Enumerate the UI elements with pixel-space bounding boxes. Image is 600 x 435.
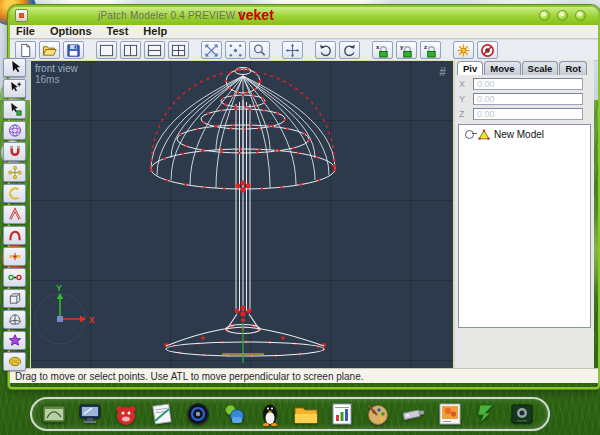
lock-x-button[interactable]: x — [372, 41, 393, 59]
redo-button[interactable] — [339, 41, 360, 59]
z-field[interactable] — [473, 108, 583, 120]
lock-z-button[interactable]: z — [420, 41, 441, 59]
menu-help[interactable]: Help — [143, 25, 167, 38]
split-horizontal-view-button[interactable] — [144, 41, 165, 59]
dock-notes-icon[interactable] — [149, 401, 175, 427]
toolbar: x y z — [10, 40, 598, 61]
tab-piv[interactable]: Piv — [457, 61, 483, 75]
x-field-label: X — [459, 79, 469, 89]
insert-point-tool-button[interactable] — [3, 247, 26, 266]
add-point-tool-button[interactable] — [3, 79, 26, 98]
minimize-button[interactable] — [539, 10, 550, 21]
weld-tool-button[interactable] — [3, 268, 26, 287]
tool-palette — [3, 58, 27, 371]
tab-rot[interactable]: Rot — [559, 61, 587, 75]
magnet-tool-button[interactable] — [3, 142, 26, 161]
svg-text:Y: Y — [56, 283, 62, 293]
dock-downloads-icon[interactable] — [293, 401, 319, 427]
dock-usb-drive-icon[interactable] — [401, 401, 427, 427]
y-field[interactable] — [473, 93, 583, 105]
desktop: jPatch Modeler 0.4 PREVIEW 1 veket File … — [0, 0, 600, 435]
lathe-tool-button[interactable] — [3, 310, 26, 329]
split-vertical-view-button[interactable] — [120, 41, 141, 59]
curve-tool-button[interactable] — [3, 184, 26, 203]
contract-view-button[interactable] — [225, 41, 246, 59]
quad-view-button[interactable] — [168, 41, 189, 59]
dock-penguin-icon[interactable] — [257, 401, 283, 427]
round-tool-button[interactable] — [3, 226, 26, 245]
lamp-base — [166, 314, 324, 356]
window-title: jPatch Modeler 0.4 PREVIEW 1 — [98, 10, 244, 21]
save-button[interactable] — [63, 41, 84, 59]
lasso-select-tool-button[interactable] — [3, 100, 26, 119]
menu-test[interactable]: Test — [107, 25, 129, 38]
menu-file[interactable]: File — [16, 25, 35, 38]
star-points-tool-button[interactable] — [3, 331, 26, 350]
jpatch-window: jPatch Modeler 0.4 PREVIEW 1 veket File … — [8, 5, 600, 389]
dock-display-icon[interactable] — [77, 401, 103, 427]
tree-expand-handle-icon[interactable] — [465, 130, 474, 139]
dock-mascot-icon[interactable] — [113, 401, 139, 427]
svg-text:y: y — [400, 43, 404, 50]
new-file-button[interactable] — [15, 41, 36, 59]
dock-paint-icon[interactable] — [365, 401, 391, 427]
single-view-button[interactable] — [96, 41, 117, 59]
undo-button[interactable] — [315, 41, 336, 59]
move-points-tool-button[interactable] — [3, 163, 26, 182]
status-text: Drag to move or select points. Use ATL t… — [15, 371, 364, 382]
dock-office-chart-icon[interactable] — [329, 401, 355, 427]
z-field-label: Z — [459, 109, 469, 119]
extrude-box-tool-button[interactable] — [3, 289, 26, 308]
dock-media-player-icon[interactable] — [185, 401, 211, 427]
close-button[interactable] — [575, 10, 586, 21]
expand-view-button[interactable] — [201, 41, 222, 59]
peak-tool-button[interactable] — [3, 205, 26, 224]
x-field[interactable] — [473, 78, 583, 90]
axis-gizmo: Y x — [35, 283, 95, 344]
stop-render-button[interactable] — [477, 41, 498, 59]
model-tree: New Model — [458, 124, 591, 328]
move-view-button[interactable] — [282, 41, 303, 59]
lamp-model-wireframe[interactable]: Y x — [31, 61, 453, 369]
menubar: File Options Test Help — [10, 25, 598, 39]
svg-text:x: x — [89, 314, 95, 325]
control-point-clusters — [164, 181, 326, 347]
dock-file-manager-icon[interactable] — [41, 401, 67, 427]
svg-text:z: z — [424, 43, 427, 50]
make-patch-tool-button[interactable] — [3, 352, 26, 371]
app-icon — [15, 9, 28, 22]
tree-node-new-model[interactable]: New Model — [459, 125, 590, 140]
zoom-button[interactable] — [249, 41, 270, 59]
titlebar[interactable]: jPatch Modeler 0.4 PREVIEW 1 veket — [10, 7, 598, 25]
tab-scale[interactable]: Scale — [522, 61, 559, 75]
menu-options[interactable]: Options — [50, 25, 92, 38]
dock-webcam-icon[interactable] — [509, 401, 535, 427]
y-field-label: Y — [459, 94, 469, 104]
open-file-button[interactable] — [39, 41, 60, 59]
lamp-shade-meridians — [151, 76, 335, 189]
select-tool-button[interactable] — [3, 58, 26, 77]
statusbar: Drag to move or select points. Use ATL t… — [10, 368, 598, 383]
model-triangle-icon — [478, 129, 490, 140]
transform-tabs: Piv Move Scale Rot — [457, 61, 587, 75]
dock-launcher-icon[interactable] — [473, 401, 499, 427]
dock-messenger-icon[interactable] — [221, 401, 247, 427]
lock-y-button[interactable]: y — [396, 41, 417, 59]
tab-move[interactable]: Move — [484, 61, 520, 75]
maximize-button[interactable] — [557, 10, 568, 21]
svg-text:x: x — [376, 43, 380, 50]
dock — [30, 397, 550, 431]
properties-panel: Piv Move Scale Rot X Y Z — [454, 60, 594, 368]
distro-brand-label: veket — [238, 7, 274, 23]
rotoscope-sphere-tool-button[interactable] — [3, 121, 26, 140]
render-button[interactable] — [453, 41, 474, 59]
viewport-front[interactable]: front view 16ms # Y x — [30, 60, 454, 370]
tree-node-label: New Model — [494, 129, 544, 140]
dock-photo-viewer-icon[interactable] — [437, 401, 463, 427]
